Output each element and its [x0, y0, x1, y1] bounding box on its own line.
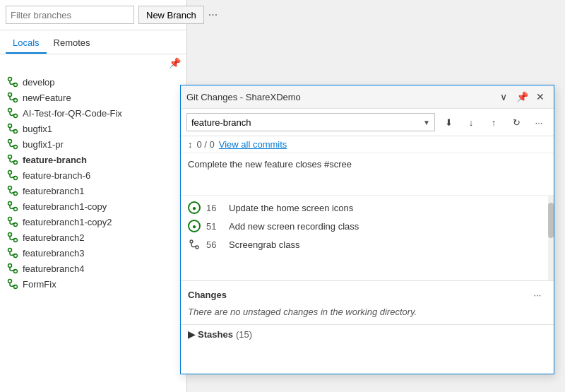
- svg-point-15: [8, 155, 12, 159]
- view-all-commits-link[interactable]: View all commits: [219, 139, 287, 150]
- branch-icon: [7, 201, 18, 212]
- branch-icon: [7, 123, 18, 134]
- pull-icon: ↓: [469, 117, 474, 128]
- staged-item-3[interactable]: 56 Screengrab class: [181, 235, 554, 254]
- more-icon: ···: [208, 8, 218, 21]
- branch-item-ai-test[interactable]: AI-Test-for-QR-Code-Fix: [0, 105, 186, 121]
- stashes-label: Stashes: [198, 329, 233, 340]
- commits-header: ↕ 0 / 0 View all commits: [181, 136, 554, 153]
- branch-label: featurebranch1-copy2: [23, 217, 112, 227]
- stashes-header[interactable]: ▶ Stashes (15): [188, 329, 547, 340]
- changes-header[interactable]: Changes ···: [188, 285, 547, 304]
- svg-point-9: [8, 124, 12, 128]
- branches-panel: New Branch ··· Locals Remotes 📌 develop …: [0, 0, 187, 392]
- svg-point-21: [8, 186, 12, 190]
- changes-empty-message: There are no unstaged changes in the wor…: [188, 304, 547, 320]
- branch-item-bugfix1-pr[interactable]: bugfix1-pr: [0, 136, 186, 152]
- branch-item-featurebranch1[interactable]: featurebranch1: [0, 183, 186, 198]
- branch-label: featurebranch3: [23, 248, 84, 259]
- branches-toolbar: New Branch ···: [0, 0, 186, 30]
- branch-icon: [7, 216, 18, 227]
- staged-item-1[interactable]: ● 16 Update the home screen icons: [181, 198, 554, 217]
- push-button[interactable]: ↑: [484, 113, 503, 131]
- staged-list: ● 16 Update the home screen icons ● 51 A…: [181, 196, 554, 256]
- branch-icon: [7, 76, 18, 88]
- tab-remotes[interactable]: Remotes: [47, 35, 97, 54]
- svg-point-36: [8, 264, 12, 268]
- staged-item-2[interactable]: ● 51 Add new screen recording class: [181, 217, 554, 235]
- branch-label: AI-Test-for-QR-Code-Fix: [23, 108, 122, 119]
- branch-icon: [7, 92, 18, 103]
- close-panel-button[interactable]: ✕: [533, 89, 548, 105]
- changes-section: Changes ··· There are no unstaged change…: [181, 280, 554, 324]
- branch-label: feature-branch: [23, 155, 87, 165]
- branch-item-featurebranch4[interactable]: featurebranch4: [0, 261, 186, 276]
- git-changes-panel: Git Changes - ShareXDemo ∨ 📌 ✕ feature-b…: [180, 85, 554, 374]
- branch-label: develop: [23, 77, 55, 88]
- changes-label: Changes: [188, 290, 227, 300]
- branch-item-featurebranch1-copy[interactable]: featurebranch1-copy: [0, 198, 186, 214]
- git-changes-toolbar: feature-branch ▼ ⬇ ↓ ↑ ↻ ···: [181, 109, 554, 136]
- stashes-count: (15): [236, 329, 252, 340]
- push-icon: ↑: [492, 117, 496, 128]
- item-number-3: 56: [206, 239, 223, 250]
- svg-point-6: [8, 109, 12, 112]
- item-number-1: 16: [206, 203, 223, 213]
- new-branch-button[interactable]: New Branch: [138, 6, 204, 24]
- svg-point-12: [8, 140, 12, 143]
- branch-icon: [7, 170, 18, 181]
- branch-icon: [7, 232, 18, 243]
- pin-icon: 📌: [169, 57, 181, 69]
- svg-point-27: [8, 218, 12, 221]
- fetch-button[interactable]: ⬇: [439, 113, 458, 131]
- git-changes-titlebar: Git Changes - ShareXDemo ∨ 📌 ✕: [181, 85, 554, 109]
- tab-locals[interactable]: Locals: [6, 35, 47, 54]
- branch-item-newfeature[interactable]: newFeature: [0, 90, 186, 105]
- branch-icon: [7, 154, 18, 165]
- svg-point-3: [8, 93, 12, 97]
- branch-item-featurebranch2[interactable]: featurebranch2: [0, 230, 186, 245]
- branch-selector[interactable]: feature-branch ▼: [186, 113, 435, 131]
- branch-icon: [7, 185, 18, 196]
- branch-item-feature-branch-6[interactable]: feature-branch-6: [0, 167, 186, 183]
- commit-message-area[interactable]: Complete the new feature closes #scree: [181, 153, 554, 196]
- dropdown-arrow-icon: ▼: [423, 119, 430, 126]
- filter-branches-input[interactable]: [6, 6, 134, 24]
- branch-label: feature-branch-6: [23, 170, 90, 181]
- branch-label: bugfix1: [23, 124, 52, 134]
- sync-button[interactable]: ↻: [507, 113, 525, 131]
- item-label-2: Add new screen recording class: [229, 221, 359, 232]
- branch-icon: [7, 247, 18, 259]
- branch-icon: [7, 138, 18, 150]
- branch-label: bugfix1-pr: [23, 139, 64, 150]
- branch-item-feature-branch[interactable]: feature-branch: [0, 152, 186, 167]
- svg-point-33: [8, 249, 12, 252]
- pin-panel-button[interactable]: 📌: [514, 89, 530, 105]
- svg-point-39: [8, 280, 12, 283]
- branches-more-button[interactable]: ···: [208, 6, 218, 24]
- minimize-button[interactable]: ∨: [496, 89, 511, 105]
- branches-pin-area: 📌: [0, 54, 186, 71]
- branch-item-formfix[interactable]: FormFix: [0, 276, 186, 292]
- branch-item-featurebranch3[interactable]: featurebranch3: [0, 245, 186, 261]
- commits-count: 0 / 0: [197, 139, 215, 150]
- svg-point-42: [190, 240, 193, 243]
- branch-item-featurebranch1-copy2[interactable]: featurebranch1-copy2: [0, 214, 186, 230]
- svg-point-30: [8, 233, 12, 237]
- chevron-down-icon: ∨: [500, 91, 507, 102]
- git-more-button[interactable]: ···: [530, 113, 548, 131]
- branches-tabs: Locals Remotes: [0, 30, 186, 54]
- staged-circle-icon-2: ●: [188, 220, 201, 232]
- changes-more-button[interactable]: ···: [528, 285, 547, 304]
- branch-icon: [7, 107, 18, 119]
- pull-button[interactable]: ↓: [462, 113, 480, 131]
- branch-item-bugfix1[interactable]: bugfix1: [0, 121, 186, 136]
- branch-item-develop[interactable]: develop: [0, 74, 186, 90]
- sync-icon: ↻: [513, 117, 521, 128]
- branch-label: featurebranch2: [23, 232, 84, 243]
- staged-circle-icon-1: ●: [188, 201, 201, 214]
- branch-label: newFeature: [23, 93, 71, 103]
- svg-point-24: [8, 202, 12, 206]
- scroll-thumb[interactable]: [548, 203, 554, 238]
- branch-label: FormFix: [23, 279, 56, 290]
